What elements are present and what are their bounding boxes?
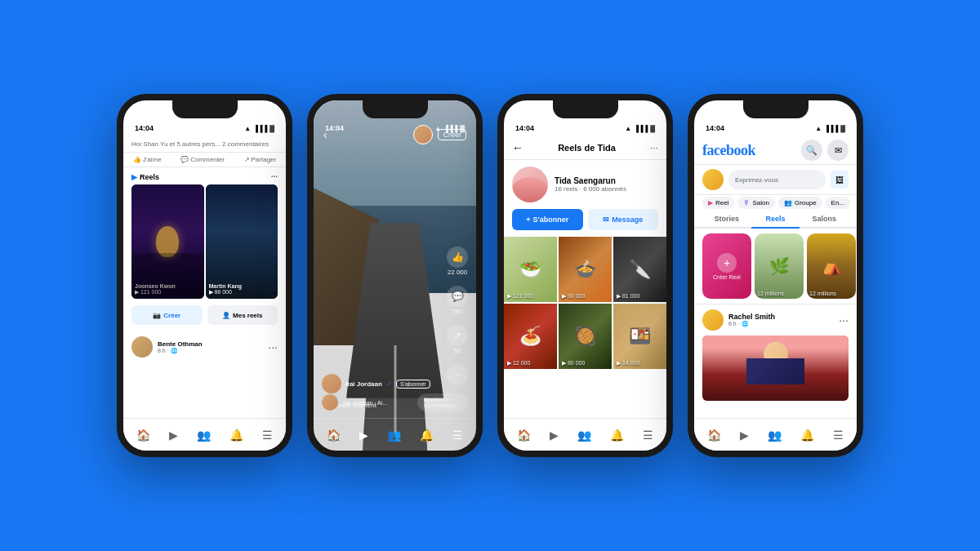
grid-item-3[interactable]: 🔪 ▶ 81 000 — [613, 237, 666, 302]
signal-icon-2: ▐▐▐ — [443, 125, 457, 132]
home-nav-icon[interactable]: 🏠 — [136, 429, 150, 442]
profile-name: Tida Saengarun — [555, 176, 658, 185]
more-menu-icon[interactable]: ··· — [650, 142, 658, 153]
signal-icon: ▐▐▐ — [253, 125, 267, 132]
friends-nav-icon-4[interactable]: 👥 — [768, 429, 782, 442]
bottom-nav-4: 🏠 ▶ 👥 🔔 ☰ — [694, 418, 857, 451]
post-avatar — [131, 336, 153, 358]
bottom-nav-2: 🏠 ▶ 👥 🔔 ☰ — [314, 418, 476, 451]
comment-action[interactable]: 💬 780 — [447, 286, 468, 315]
camera-icon: 📷 — [153, 312, 161, 319]
grid-item-2[interactable]: 🍲 ▶ 90 000 — [559, 237, 612, 302]
status-bar-1: 14:04 ▲ ▐▐▐ ▓ — [123, 118, 286, 136]
friends-nav-icon[interactable]: 👥 — [197, 429, 211, 442]
post-menu[interactable]: ··· — [268, 340, 278, 353]
video-nav-icon[interactable]: ▶ — [169, 429, 178, 442]
menu-nav-icon-4[interactable]: ☰ — [833, 429, 844, 442]
reel-scroll-2[interactable]: ⛺ 12 millions — [807, 233, 856, 299]
grid-item-5[interactable]: 🥘 ▶ 80 000 — [559, 304, 612, 369]
post-card-header: Rachel Smith 6 h · 🌐 ··· — [702, 309, 849, 331]
tab-salons[interactable]: Salons — [800, 211, 849, 227]
share-btn[interactable]: ↗ Partager — [244, 156, 277, 163]
time-4: 14:04 — [706, 124, 724, 132]
reels-photo-grid: 🥗 ▶ 121 000 🍲 ▶ 90 000 🔪 ▶ 81 000 🍝 ▶ 12… — [504, 237, 666, 369]
wifi-icon: ▲ — [244, 125, 251, 132]
create-reel-item[interactable]: + Créer Reel — [702, 233, 751, 299]
quick-salon-btn[interactable]: 🎙 Salon — [737, 197, 774, 209]
video-nav-icon-4[interactable]: ▶ — [740, 429, 749, 442]
like-btn[interactable]: 👍 J'aime — [133, 156, 162, 163]
quick-reel-btn[interactable]: ▶ Reel — [702, 197, 734, 209]
friends-nav-icon-3[interactable]: 👥 — [577, 429, 591, 442]
user-avatar-express — [702, 169, 724, 190]
reels-menu[interactable]: ··· — [271, 172, 278, 181]
bottom-nav-3: 🏠 ▶ 👥 🔔 ☰ — [504, 418, 666, 451]
reel-item-2[interactable]: Martin Kang ▶ 88 000 — [206, 184, 278, 299]
tab-reels[interactable]: Reels — [751, 211, 800, 229]
person-body — [746, 358, 805, 384]
status-bar-3: 14:04 ▲ ▐▐▐ ▓ — [504, 118, 666, 136]
back-btn[interactable]: ← — [512, 141, 523, 154]
commenter-name-row: Itai Jordaan · Ai... — [343, 400, 387, 406]
reel-item-1[interactable]: Joonseo Kwon ▶ 121 000 — [131, 184, 204, 299]
wifi-icon-2: ▲ — [434, 125, 441, 132]
create-reel-btn[interactable]: 📷 Créer — [131, 305, 203, 325]
post-card-menu[interactable]: ··· — [839, 313, 849, 327]
signal-icons-4: ▲ ▐▐▐ ▓ — [815, 125, 845, 132]
create-reel-label: Créer Reel — [713, 274, 741, 280]
menu-nav-icon[interactable]: ☰ — [262, 429, 273, 442]
messenger-icon: ✉ — [835, 145, 842, 156]
comment-input-field[interactable]: Ajouter un commentaire... — [417, 393, 468, 411]
signal-icons-1: ▲ ▐▐▐ ▓ — [244, 125, 274, 132]
like-action[interactable]: 👍 22 000 — [447, 247, 468, 276]
menu-nav-icon-3[interactable]: ☰ — [643, 429, 653, 442]
profile-header: ← Reels de Tida ··· — [504, 136, 666, 160]
grid-item-4[interactable]: 🍝 ▶ 12 000 — [504, 304, 557, 369]
reel-scroll-1[interactable]: 🌿 12 millions — [755, 233, 804, 299]
subscribe-btn[interactable]: + S'abonner — [512, 209, 583, 230]
bell-nav-icon[interactable]: 🔔 — [229, 429, 243, 442]
share-action[interactable]: ↗ 52 — [447, 325, 468, 354]
signal-icons-2: ▲ ▐▐▐ ▓ — [434, 125, 465, 132]
reels-title: ▶ Reels — [131, 173, 159, 181]
post-card-image — [702, 335, 849, 401]
profile-stats: 16 reels · 6 000 abonnés — [555, 185, 658, 193]
tab-stories[interactable]: Stories — [702, 211, 751, 227]
thumbs-up-icon: 👍 — [447, 247, 468, 268]
message-btn[interactable]: ✉ Message — [588, 209, 659, 230]
subscribe-inline-btn[interactable]: S'abonner — [396, 380, 430, 389]
bell-nav-icon-2[interactable]: 🔔 — [420, 429, 434, 442]
home-nav-icon-3[interactable]: 🏠 — [517, 429, 531, 442]
quick-more-btn[interactable]: En... — [826, 197, 850, 209]
home-nav-icon-4[interactable]: 🏠 — [707, 429, 721, 442]
post-item: Bente Othman 8 h · 🌐 ··· — [123, 331, 286, 362]
menu-nav-icon-2[interactable]: ☰ — [452, 429, 463, 442]
my-reels-btn[interactable]: 👤 Mes reels — [207, 305, 278, 325]
bell-nav-icon-3[interactable]: 🔔 — [610, 429, 624, 442]
messenger-btn[interactable]: ✉ — [827, 140, 849, 161]
grid-item-6[interactable]: 🍱 ▶ 14 000 — [613, 304, 666, 369]
profile-section: Tida Saengarun 16 reels · 6 000 abonnés — [504, 160, 666, 209]
post-actions: 👍 J'aime 💬 Commenter ↗ Partager — [123, 153, 286, 167]
express-input[interactable]: Exprimez-vous — [728, 170, 826, 189]
commenter-avatar — [322, 394, 338, 411]
profile-action-buttons: + S'abonner ✉ Message — [504, 209, 666, 237]
content-tabs: Stories Reels Salons — [694, 211, 857, 229]
profile-info: Tida Saengarun 16 reels · 6 000 abonnés — [555, 176, 658, 193]
video-nav-icon-3[interactable]: ▶ — [550, 429, 559, 442]
photo-upload-btn[interactable]: 🖼 — [831, 171, 849, 189]
friends-nav-icon-2[interactable]: 👥 — [387, 429, 401, 442]
phone-3: 14:04 ▲ ▐▐▐ ▓ ← Reels de Tida ··· Tida S… — [497, 94, 673, 457]
reels-grid: Joonseo Kwon ▶ 121 000 Martin Kang ▶ 88 … — [123, 184, 286, 299]
profile-page-title: Reels de Tida — [558, 143, 616, 153]
video-nav-icon-2[interactable]: ▶ — [359, 429, 368, 442]
comment-btn[interactable]: 💬 Commenter — [180, 156, 225, 163]
express-row: Exprimez-vous 🖼 — [694, 165, 857, 195]
search-btn[interactable]: 🔍 — [801, 140, 822, 161]
grid-item-1[interactable]: 🥗 ▶ 121 000 — [504, 237, 557, 302]
reel-info-2: Martin Kang ▶ 88 000 — [209, 283, 275, 295]
bell-nav-icon-4[interactable]: 🔔 — [800, 429, 814, 442]
reaction-bar: Hoi Shan Yu et 5 autres pers... 2 commen… — [123, 136, 286, 153]
home-nav-icon-2[interactable]: 🏠 — [327, 429, 341, 442]
quick-group-btn[interactable]: 👥 Groupe — [778, 197, 822, 209]
